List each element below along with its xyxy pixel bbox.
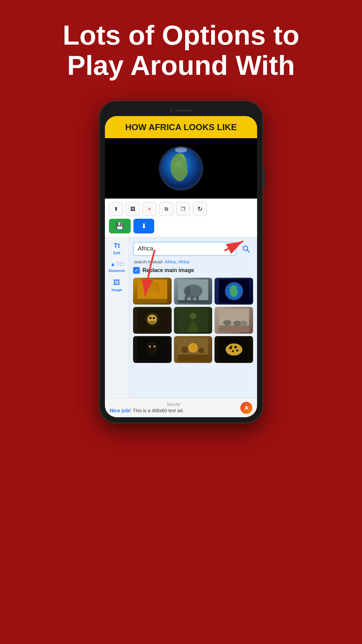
close-red-icon: ✕ [147,206,152,212]
svg-point-43 [232,350,234,352]
toolbar-row-1: ⬆ 🖼 ✕ ⧉ ❐ [109,202,253,216]
content-area: Tt Edit ▲♡□ Elements 🖼 Image [105,237,257,398]
suggestion-link-2[interactable]: Africa [178,259,189,264]
save-icon: 💾 [116,222,124,230]
svg-point-23 [190,313,196,319]
close-red-button[interactable]: ✕ [142,202,157,216]
search-input[interactable] [133,242,236,256]
image-thumb-5[interactable] [174,307,213,334]
svg-rect-25 [219,325,249,332]
video-title: HOW AFRICA LOOKS LIKE [110,122,252,132]
phone-speaker [176,109,192,112]
svg-point-31 [149,345,151,347]
thumb-art-1 [133,278,172,305]
phone-side-button [263,168,265,188]
sidebar-item-elements[interactable]: ▲♡□ Elements [109,261,125,273]
svg-point-44 [231,345,232,347]
phone-wrapper: HOW AFRICA LOOKS LIKE [0,101,362,423]
copy-button[interactable]: ⧉ [159,202,173,216]
thumb-art-7 [133,336,172,363]
replace-label: Replace main image [142,267,194,273]
ad-content-area: Test Ad Nice job! This is a 468x60 test … [110,402,237,413]
image-sidebar-icon: 🖼 [113,279,120,286]
svg-point-20 [149,317,152,319]
download-icon: ⬇ [141,222,147,230]
svg-point-45 [236,350,238,352]
svg-point-26 [223,320,231,325]
sidebar-image-label: Image [112,288,122,292]
svg-rect-34 [178,355,208,361]
search-suggestion: search instead: Africa, Africa [133,259,253,264]
svg-point-27 [233,321,241,326]
upload-button[interactable]: ⬆ [109,202,123,216]
upload-icon: ⬆ [114,206,118,212]
svg-point-28 [241,321,247,325]
thumb-art-4 [133,307,172,334]
image-button[interactable]: 🖼 [126,202,140,216]
svg-rect-12 [196,296,199,301]
ad-banner: Test Ad Nice job! This is a 468x60 test … [105,398,257,417]
svg-point-5 [146,291,158,299]
svg-point-41 [229,346,232,349]
save-button[interactable]: 💾 [109,219,131,233]
refresh-button[interactable]: ↻ [193,202,207,216]
svg-rect-13 [178,300,208,303]
phone-camera [170,109,173,112]
download-button[interactable]: ⬇ [133,219,154,233]
sidebar-edit-label: Edit [113,251,120,255]
copy2-button[interactable]: ❐ [176,202,190,216]
thumb-art-8 [174,336,213,363]
search-button[interactable] [239,242,253,256]
svg-point-37 [190,344,196,351]
ad-logo: a [240,402,252,414]
svg-line-1 [247,250,250,252]
thumb-art-5 [174,307,213,334]
refresh-icon: ↻ [197,205,202,213]
copy-icon: ⧉ [165,206,168,212]
earth-svg [158,145,204,192]
svg-rect-6 [137,299,167,303]
toolbar-row-2: 💾 ⬇ [109,219,253,233]
copy2-icon: ❐ [181,206,185,212]
image-thumb-8[interactable] [174,336,213,363]
svg-point-30 [146,342,158,354]
thumb-art-3 [215,278,253,305]
ad-nice-job: Nice job! [110,408,131,413]
search-icon [242,245,250,253]
svg-rect-11 [191,296,193,301]
svg-point-21 [153,317,155,319]
image-thumb-2[interactable] [174,278,213,305]
svg-point-40 [226,343,242,356]
thumb-art-6 [215,307,253,334]
phone-device: HOW AFRICA LOOKS LIKE [99,101,263,423]
thumb-art-9 [215,336,253,363]
video-image-area [105,138,257,199]
suggestion-link-1[interactable]: Africa [165,259,176,264]
image-thumb-1[interactable] [133,278,172,305]
image-thumb-6[interactable] [215,307,253,334]
text-icon: Tt [114,242,120,250]
sidebar-item-image[interactable]: 🖼 Image [112,279,122,292]
phone-notch [154,107,208,114]
svg-rect-10 [185,296,187,301]
image-thumb-3[interactable] [215,278,253,305]
page-root: Lots of Options to Play Around With HOW … [0,0,362,423]
video-header: HOW AFRICA LOOKS LIKE [105,116,257,138]
thumb-art-2 [174,278,213,305]
replace-checkbox[interactable]: ✓ [133,267,140,274]
sidebar-elements-label: Elements [109,269,125,273]
image-thumb-9[interactable] [215,336,253,363]
image-thumb-4[interactable] [133,307,172,334]
image-icon: 🖼 [130,206,135,212]
ad-content: Nice job! This is a 468x60 test ad. [110,408,237,413]
svg-point-38 [199,348,204,353]
sidebar-item-edit[interactable]: Tt Edit [113,242,120,255]
svg-point-35 [181,346,188,353]
svg-point-42 [234,346,237,348]
phone-screen: HOW AFRICA LOOKS LIKE [105,116,257,417]
elements-icon: ▲♡□ [110,261,124,267]
ad-logo-letter: a [245,404,248,411]
sidebar: Tt Edit ▲♡□ Elements 🖼 Image [105,237,129,398]
image-thumb-7[interactable] [133,336,172,363]
svg-point-32 [154,345,156,347]
